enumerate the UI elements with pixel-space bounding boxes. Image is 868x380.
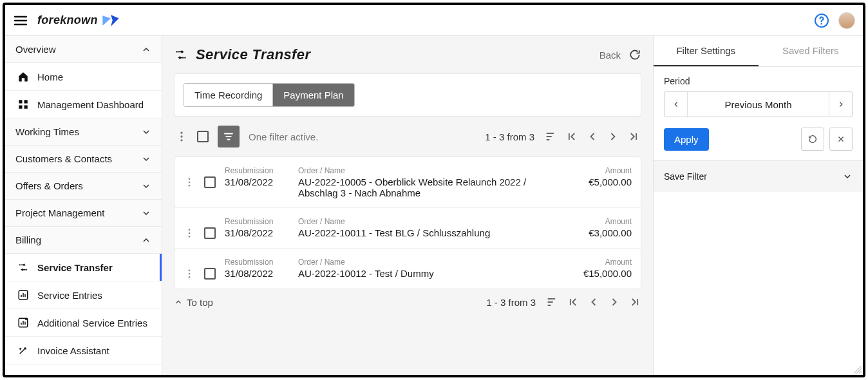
svg-marker-0 xyxy=(102,15,111,25)
save-filter-toggle[interactable]: Save Filter xyxy=(654,160,863,192)
avatar[interactable] xyxy=(838,12,855,29)
help-icon[interactable] xyxy=(814,13,829,28)
reset-button[interactable] xyxy=(801,128,824,151)
clear-button[interactable] xyxy=(829,128,853,151)
chevron-left-icon xyxy=(672,100,681,109)
hamburger-icon xyxy=(13,13,28,28)
cell-resubmission: Resubmission31/08/2022 xyxy=(225,258,289,279)
svg-rect-6 xyxy=(19,106,22,109)
nav-group-customers-contacts[interactable]: Customers & Contacts xyxy=(5,146,162,173)
sort-icon[interactable] xyxy=(545,130,558,143)
cell-value: €3,000.00 xyxy=(589,227,632,238)
more-vertical-icon[interactable] xyxy=(184,268,195,280)
cell-resubmission: Resubmission31/08/2022 xyxy=(225,166,289,187)
svg-point-15 xyxy=(180,135,182,137)
col-label: Resubmission xyxy=(225,166,289,175)
sort-icon[interactable] xyxy=(546,296,559,309)
table-row[interactable]: Resubmission31/08/2022Order / NameAU-202… xyxy=(175,157,641,207)
brand-logo[interactable]: foreknown xyxy=(37,14,120,28)
tabs-card: Time Recording Payment Plan xyxy=(174,73,641,117)
first-page-icon[interactable] xyxy=(567,296,580,309)
sidebar-item-invoice-assistant[interactable]: Invoice Assistant xyxy=(5,337,162,365)
cell-value: AU-2022-10011 - Test BLG / Schlusszahlun… xyxy=(298,227,545,238)
results-list: Resubmission31/08/2022Order / NameAU-202… xyxy=(174,157,641,289)
chevron-right-icon xyxy=(836,100,845,109)
svg-rect-5 xyxy=(24,100,28,103)
to-top-label: To top xyxy=(187,297,213,308)
nav-group-billing[interactable]: Billing xyxy=(5,227,162,254)
chevron-down-icon xyxy=(141,154,151,164)
refresh-icon[interactable] xyxy=(628,48,641,61)
nav-item-label: Invoice Assistant xyxy=(37,345,109,356)
back-link[interactable]: Back xyxy=(599,50,621,61)
nav-group-overview[interactable]: Overview xyxy=(5,36,162,63)
sidebar-item-home[interactable]: Home xyxy=(5,63,162,91)
brand-name: foreknown xyxy=(37,14,98,27)
tab-saved-filters[interactable]: Saved Filters xyxy=(759,36,863,66)
sidebar-item-service-entries[interactable]: Service Entries xyxy=(5,281,162,309)
to-top-button[interactable]: To top xyxy=(174,297,213,308)
col-label: Order / Name xyxy=(298,166,545,175)
period-value[interactable]: Previous Month xyxy=(688,92,829,117)
next-page-icon[interactable] xyxy=(608,296,621,309)
more-vertical-icon[interactable] xyxy=(175,130,188,143)
period-next-button[interactable] xyxy=(829,92,852,117)
nav-group-offers-orders[interactable]: Offers & Orders xyxy=(5,173,162,200)
nav-group-project-management[interactable]: Project Management xyxy=(5,200,162,227)
svg-marker-1 xyxy=(111,14,119,26)
apply-button[interactable]: Apply xyxy=(664,128,709,151)
prev-page-icon[interactable] xyxy=(587,296,600,309)
tab-filter-settings[interactable]: Filter Settings xyxy=(654,36,759,66)
sidebar-item-service-transfer[interactable]: Service Transfer xyxy=(5,254,162,281)
home-icon xyxy=(17,70,30,83)
sidebar-item-management-dashboard[interactable]: Management Dashboard xyxy=(5,91,162,119)
nav-item-label: Additional Service Entries xyxy=(37,318,147,328)
chevron-up-icon xyxy=(141,235,151,245)
cell-order-name: Order / NameAU-2022-10012 - Test / Dummy xyxy=(298,258,545,279)
sidebar-item-additional-service-entries[interactable]: Additional Service Entries xyxy=(5,309,162,337)
col-label: Resubmission xyxy=(225,217,289,226)
col-label: Resubmission xyxy=(225,258,289,267)
more-vertical-icon[interactable] xyxy=(184,176,195,188)
next-page-icon[interactable] xyxy=(607,130,619,143)
row-checkbox[interactable] xyxy=(204,176,216,188)
cell-value: AU-2022-10012 - Test / Dummy xyxy=(298,268,545,279)
table-row[interactable]: Resubmission31/08/2022Order / NameAU-202… xyxy=(175,207,641,248)
nav-item-label: Service Transfer xyxy=(37,262,113,273)
svg-rect-7 xyxy=(24,106,28,109)
row-checkbox[interactable] xyxy=(204,268,216,280)
col-label: Amount xyxy=(605,258,632,267)
nav-group-working-times[interactable]: Working Times xyxy=(5,119,162,146)
last-page-icon[interactable] xyxy=(627,130,640,143)
select-all-checkbox[interactable] xyxy=(197,131,209,142)
table-row[interactable]: Resubmission31/08/2022Order / NameAU-202… xyxy=(175,248,641,289)
svg-point-13 xyxy=(184,57,185,58)
tab-time-recording[interactable]: Time Recording xyxy=(184,84,272,106)
nav-group-label: Customers & Contacts xyxy=(15,153,112,164)
prev-page-icon[interactable] xyxy=(586,130,599,143)
last-page-icon[interactable] xyxy=(628,296,641,309)
topbar: foreknown xyxy=(5,5,863,36)
svg-point-23 xyxy=(189,269,191,271)
pager-range: 1 - 3 from 3 xyxy=(485,131,534,142)
tab-payment-plan[interactable]: Payment Plan xyxy=(272,84,354,106)
period-stepper: Previous Month xyxy=(664,91,853,117)
row-checkbox[interactable] xyxy=(204,227,216,239)
period-prev-button[interactable] xyxy=(665,92,688,117)
filter-status-text: One filter active. xyxy=(249,131,318,142)
first-page-icon[interactable] xyxy=(565,130,578,143)
cell-order-name: Order / NameAU-2022-10005 - Oberblick We… xyxy=(298,166,545,198)
filter-button[interactable] xyxy=(218,126,240,147)
nav-item-label: Home xyxy=(37,71,63,82)
more-vertical-icon[interactable] xyxy=(184,227,195,239)
cell-value: €15,000.00 xyxy=(583,268,632,279)
menu-toggle-button[interactable] xyxy=(12,12,30,30)
col-label: Order / Name xyxy=(298,217,545,226)
dashboard-icon xyxy=(17,98,30,111)
cell-resubmission: Resubmission31/08/2022 xyxy=(225,217,289,238)
sidebar: Overview Home Management Dashboard Worki… xyxy=(5,36,162,375)
list-toolbar: One filter active. 1 - 3 from 3 xyxy=(174,123,641,150)
chevron-down-icon xyxy=(141,208,151,218)
bar-chart-plus-icon xyxy=(17,316,30,329)
cell-value: 31/08/2022 xyxy=(225,176,289,187)
